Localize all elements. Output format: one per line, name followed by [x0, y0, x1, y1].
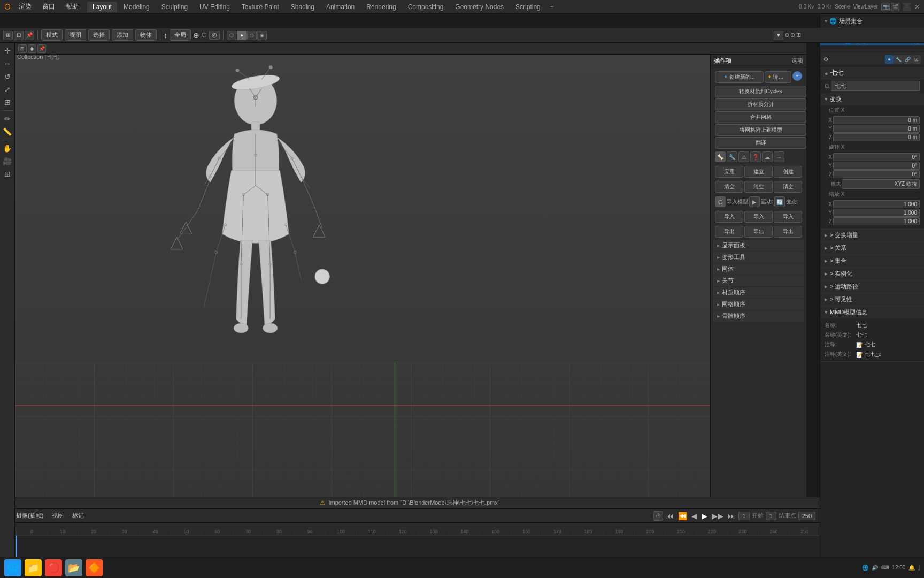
snapping-icon[interactable]: ⬡	[202, 32, 207, 39]
import-motion-btn[interactable]: 导入	[744, 211, 773, 223]
bone-apply-btn[interactable]: 应用	[715, 166, 743, 178]
relation-header[interactable]: > 关系	[820, 242, 924, 254]
jump-end-btn[interactable]: ⏭	[727, 511, 736, 521]
export-camera-btn[interactable]: 导出	[774, 226, 802, 238]
translate-btn[interactable]: 翻译	[715, 137, 806, 149]
scale-z-value[interactable]: 1.000	[833, 217, 920, 225]
transform-move-icon[interactable]: ↕	[164, 31, 167, 40]
import-model-btn[interactable]: 导入	[715, 211, 743, 223]
mmd-comment-value[interactable]: 七七	[865, 341, 920, 348]
tab-compositing[interactable]: Compositing	[403, 2, 449, 12]
start-frame[interactable]: 1	[766, 512, 776, 520]
cycles-convert-btn[interactable]: 转换材质到Cycles	[715, 86, 806, 97]
convert-mode-btn[interactable]: 转换模式	[765, 71, 791, 83]
data-name-display[interactable]: 七七	[831, 81, 920, 91]
tab-uv-editing[interactable]: UV Editing	[194, 2, 235, 12]
scale-tool[interactable]: ⤢	[2, 83, 13, 95]
menu-help[interactable]: 帮助	[64, 1, 81, 12]
taskbar-chrome[interactable]: 🌐	[4, 559, 21, 576]
rendered-shade[interactable]: ◉	[257, 31, 267, 40]
delta-header[interactable]: > 变换增量	[820, 229, 924, 241]
motion-path-header[interactable]: > 运动路径	[820, 280, 924, 293]
tab-layout[interactable]: Layout	[87, 2, 117, 12]
menu-window[interactable]: 窗口	[40, 1, 57, 12]
timeline-mode[interactable]: 摄像(插帧)	[14, 511, 45, 521]
mmd-comment-en-value[interactable]: 七七_e	[865, 351, 920, 358]
bone-icon-1[interactable]: 🦴	[715, 151, 726, 162]
modifier-props-tab[interactable]: 🔧	[894, 55, 903, 64]
bone-icon-5[interactable]: ☁	[762, 151, 773, 162]
rot-y-value[interactable]: 0°	[833, 162, 920, 170]
move-tool[interactable]: ↔	[2, 58, 13, 70]
object-menu[interactable]: 物体	[135, 29, 157, 41]
new-item-circle[interactable]: +	[792, 71, 802, 81]
tab-scripting[interactable]: Scripting	[510, 2, 546, 12]
taskbar-files[interactable]: 📁	[25, 559, 42, 576]
camera-tool[interactable]: 🎥	[2, 155, 13, 167]
tab-texture-paint[interactable]: Texture Paint	[236, 2, 284, 12]
bone-icon-3[interactable]: ⚠	[738, 151, 749, 162]
taskbar-explorer[interactable]: 📂	[65, 559, 82, 576]
bone-clear-build-btn[interactable]: 清空	[744, 181, 773, 193]
minimize-button[interactable]: —	[903, 3, 911, 11]
frame-display[interactable]: ⏱	[653, 511, 663, 521]
bone-clear-create-btn[interactable]: 清空	[774, 181, 802, 193]
tab-sculpting[interactable]: Sculpting	[156, 2, 193, 12]
bone-icon-4[interactable]: ❓	[750, 151, 761, 162]
wireframe-shade[interactable]: ⬡	[227, 31, 236, 40]
visibility-header[interactable]: > 可见性	[820, 293, 924, 306]
render-button[interactable]: 📷	[881, 3, 890, 11]
material-order-row[interactable]: 材质顺序	[713, 287, 804, 298]
rot-mode-value[interactable]: XYZ 欧拉	[842, 179, 920, 189]
display-panel-row[interactable]: 显示面板	[713, 240, 804, 251]
scale-x-value[interactable]: 1.000	[833, 200, 920, 208]
split-material-btn[interactable]: 拆材质分开	[715, 98, 806, 110]
rotate-tool[interactable]: ↺	[2, 71, 13, 82]
transform-tools-row[interactable]: 变形工具	[713, 252, 804, 263]
tab-geometry-nodes[interactable]: Geometry Nodes	[450, 2, 509, 12]
gizmo-toggle[interactable]: ⊕	[784, 32, 789, 39]
export-model-btn[interactable]: 导出	[715, 226, 743, 238]
overlay-toggle[interactable]: ⊙	[790, 32, 795, 39]
pos-y-value[interactable]: 0 m	[833, 125, 920, 133]
motion-mode-btn[interactable]: ▶	[749, 196, 760, 207]
prev-frame-btn[interactable]: ◀	[690, 511, 698, 521]
render-anim-button[interactable]: 🎬	[891, 3, 899, 11]
joints-row[interactable]: 关节	[713, 275, 804, 286]
rot-x-value[interactable]: 0°	[833, 153, 920, 161]
hand-tool[interactable]: ✋	[2, 142, 13, 154]
play-btn[interactable]: ▶	[700, 511, 709, 521]
grid-tool[interactable]: ⊞	[2, 168, 13, 180]
import-camera-btn[interactable]: 导入	[774, 211, 802, 223]
instance-header[interactable]: > 实例化	[820, 268, 924, 280]
mmd-name-en-value[interactable]: 七七	[856, 331, 920, 339]
taskbar-record[interactable]: 🔴	[45, 559, 62, 576]
close-button[interactable]: ✕	[914, 3, 920, 11]
obj-props-tab[interactable]: ●	[885, 55, 894, 64]
mesh-row[interactable]: 网体	[713, 263, 804, 275]
bone-icon-2[interactable]: 🔧	[727, 151, 737, 162]
mmd-name-value[interactable]: 七七	[856, 322, 920, 329]
solid-shade[interactable]: ●	[237, 31, 247, 40]
show-desktop-btn[interactable]: |	[918, 565, 920, 571]
bone-icon-6[interactable]: →	[774, 151, 784, 162]
data-props-tab[interactable]: ⊡	[912, 55, 921, 64]
step-back-btn[interactable]: ⏪	[677, 511, 688, 521]
transform-tool[interactable]: ⊞	[2, 96, 13, 108]
viewport-shading-options[interactable]: ▼	[774, 31, 783, 40]
tab-shading[interactable]: Shading	[286, 2, 320, 12]
new-create-btn[interactable]: 创建新的...	[715, 71, 764, 83]
material-shade[interactable]: ◎	[247, 31, 257, 40]
xray-toggle[interactable]: ⊞	[796, 32, 801, 39]
pose-mode-btn[interactable]: 🔄	[774, 196, 785, 207]
bone-build-btn[interactable]: 建立	[744, 166, 773, 178]
taskbar-blender[interactable]: 🔶	[86, 559, 103, 576]
pos-x-value[interactable]: 0 m	[833, 116, 920, 124]
constraint-props-tab[interactable]: 🔗	[903, 55, 912, 64]
annotate-tool[interactable]: ✏	[2, 113, 13, 125]
bone-order-row[interactable]: 骨骼顺序	[713, 310, 804, 322]
menu-render[interactable]: 渲染	[17, 1, 34, 12]
current-frame[interactable]: 1	[738, 512, 749, 520]
tab-animation[interactable]: Animation	[321, 2, 360, 12]
ops-panel-options[interactable]: 选项	[791, 57, 803, 65]
